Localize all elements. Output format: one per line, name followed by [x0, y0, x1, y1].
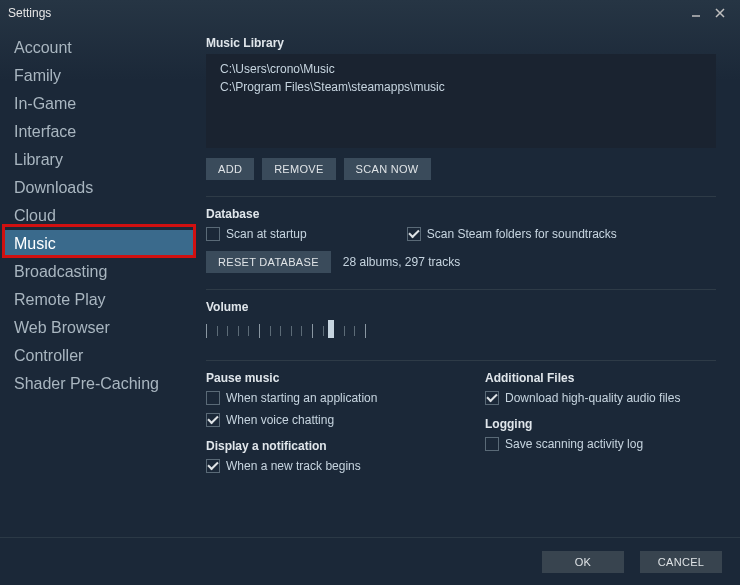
- notify-track-checkbox[interactable]: [206, 459, 220, 473]
- sidebar-item-in-game[interactable]: In-Game: [4, 90, 194, 118]
- scan-steam-soundtracks-label: Scan Steam folders for soundtracks: [427, 227, 617, 241]
- sidebar-item-remote-play[interactable]: Remote Play: [4, 286, 194, 314]
- sidebar-item-controller[interactable]: Controller: [4, 342, 194, 370]
- library-path-row[interactable]: C:\Users\crono\Music: [220, 60, 702, 78]
- close-button[interactable]: [708, 2, 732, 24]
- database-status: 28 albums, 297 tracks: [343, 255, 460, 269]
- sidebar-item-broadcasting[interactable]: Broadcasting: [4, 258, 194, 286]
- sidebar-item-library[interactable]: Library: [4, 146, 194, 174]
- scan-at-startup-label: Scan at startup: [226, 227, 307, 241]
- settings-window: Settings Account Family In-Game Interfac…: [0, 0, 740, 585]
- volume-slider[interactable]: [206, 320, 366, 344]
- sidebar-item-cloud[interactable]: Cloud: [4, 202, 194, 230]
- download-hq-checkbox[interactable]: [485, 391, 499, 405]
- scan-steam-soundtracks-checkbox[interactable]: [407, 227, 421, 241]
- sidebar-item-music[interactable]: Music: [4, 230, 194, 258]
- notify-track-label: When a new track begins: [226, 459, 361, 473]
- save-log-checkbox[interactable]: [485, 437, 499, 451]
- pause-on-app-checkbox[interactable]: [206, 391, 220, 405]
- volume-thumb[interactable]: [328, 320, 334, 338]
- settings-sidebar: Account Family In-Game Interface Library…: [4, 32, 194, 398]
- remove-button[interactable]: REMOVE: [262, 158, 335, 180]
- scan-now-button[interactable]: SCAN NOW: [344, 158, 431, 180]
- pause-music-heading: Pause music: [206, 371, 445, 385]
- dialog-footer: OK CANCEL: [0, 537, 740, 585]
- library-path-row[interactable]: C:\Program Files\Steam\steamapps\music: [220, 78, 702, 96]
- save-log-label: Save scanning activity log: [505, 437, 643, 451]
- ok-button[interactable]: OK: [542, 551, 624, 573]
- sidebar-item-interface[interactable]: Interface: [4, 118, 194, 146]
- download-hq-label: Download high-quality audio files: [505, 391, 680, 405]
- notification-heading: Display a notification: [206, 439, 445, 453]
- titlebar: Settings: [0, 0, 740, 26]
- reset-database-button[interactable]: RESET DATABASE: [206, 251, 331, 273]
- music-library-list[interactable]: C:\Users\crono\Music C:\Program Files\St…: [206, 54, 716, 148]
- sidebar-item-downloads[interactable]: Downloads: [4, 174, 194, 202]
- volume-heading: Volume: [206, 300, 724, 314]
- scan-at-startup-checkbox[interactable]: [206, 227, 220, 241]
- pause-on-voice-label: When voice chatting: [226, 413, 334, 427]
- pause-on-voice-checkbox[interactable]: [206, 413, 220, 427]
- add-button[interactable]: ADD: [206, 158, 254, 180]
- additional-files-heading: Additional Files: [485, 371, 724, 385]
- sidebar-item-account[interactable]: Account: [4, 34, 194, 62]
- music-settings-panel: Music Library C:\Users\crono\Music C:\Pr…: [202, 32, 736, 537]
- close-icon: [715, 8, 725, 18]
- cancel-button[interactable]: CANCEL: [640, 551, 722, 573]
- logging-heading: Logging: [485, 417, 724, 431]
- sidebar-item-family[interactable]: Family: [4, 62, 194, 90]
- volume-scale: [206, 326, 366, 338]
- sidebar-item-shader-pre-caching[interactable]: Shader Pre-Caching: [4, 370, 194, 398]
- pause-on-app-label: When starting an application: [226, 391, 377, 405]
- minimize-button[interactable]: [684, 2, 708, 24]
- minimize-icon: [691, 8, 701, 18]
- music-library-heading: Music Library: [206, 36, 724, 50]
- window-title: Settings: [8, 6, 51, 20]
- database-heading: Database: [206, 207, 724, 221]
- sidebar-item-web-browser[interactable]: Web Browser: [4, 314, 194, 342]
